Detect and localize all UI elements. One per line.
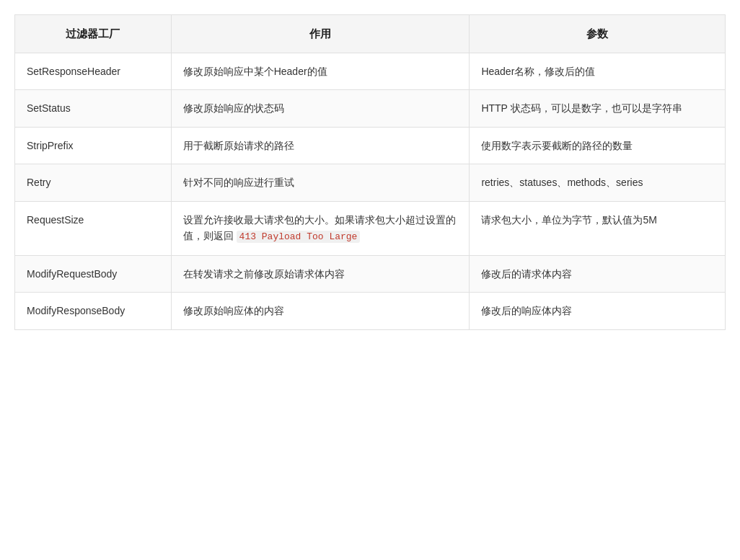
table-row: SetStatus修改原始响应的状态码HTTP 状态码，可以是数字，也可以是字符… xyxy=(15,90,726,127)
cell-factory: SetStatus xyxy=(15,90,172,127)
header-params: 参数 xyxy=(470,15,726,53)
cell-effect: 修改原始响应体的内容 xyxy=(171,293,470,329)
cell-params: Header名称，修改后的值 xyxy=(470,53,726,90)
header-effect: 作用 xyxy=(171,15,470,53)
cell-effect: 用于截断原始请求的路径 xyxy=(171,127,470,164)
cell-params: HTTP 状态码，可以是数字，也可以是字符串 xyxy=(470,90,726,127)
cell-effect: 修改原始响应的状态码 xyxy=(171,90,470,127)
table-row: ModifyRequestBody在转发请求之前修改原始请求体内容修改后的请求体… xyxy=(15,255,726,292)
table-row: StripPrefix用于截断原始请求的路径使用数字表示要截断的路径的数量 xyxy=(15,127,726,164)
cell-params: retries、statuses、methods、series xyxy=(470,164,726,201)
cell-effect: 修改原始响应中某个Header的值 xyxy=(171,53,470,90)
cell-factory: ModifyRequestBody xyxy=(15,255,172,292)
cell-params: 修改后的响应体内容 xyxy=(470,293,726,329)
cell-params: 修改后的请求体内容 xyxy=(470,255,726,292)
cell-factory: StripPrefix xyxy=(15,127,172,164)
table-row: RequestSize设置允许接收最大请求包的大小。如果请求包大小超过设置的值，… xyxy=(15,201,726,255)
cell-params: 使用数字表示要截断的路径的数量 xyxy=(470,127,726,164)
effect-code: 413 Payload Too Large xyxy=(237,231,361,243)
table-row: ModifyResponseBody修改原始响应体的内容修改后的响应体内容 xyxy=(15,293,726,329)
cell-effect: 在转发请求之前修改原始请求体内容 xyxy=(171,255,470,292)
filter-factory-table: 过滤器工厂 作用 参数 SetResponseHeader修改原始响应中某个He… xyxy=(14,14,726,330)
cell-effect: 针对不同的响应进行重试 xyxy=(171,164,470,201)
header-factory: 过滤器工厂 xyxy=(15,15,172,53)
cell-factory: ModifyResponseBody xyxy=(15,293,172,329)
cell-factory: Retry xyxy=(15,164,172,201)
table-row: Retry针对不同的响应进行重试retries、statuses、methods… xyxy=(15,164,726,201)
cell-factory: RequestSize xyxy=(15,201,172,255)
table-row: SetResponseHeader修改原始响应中某个Header的值Header… xyxy=(15,53,726,90)
cell-params: 请求包大小，单位为字节，默认值为5M xyxy=(470,201,726,255)
cell-factory: SetResponseHeader xyxy=(15,53,172,90)
cell-effect: 设置允许接收最大请求包的大小。如果请求包大小超过设置的值，则返回 413 Pay… xyxy=(171,201,470,255)
